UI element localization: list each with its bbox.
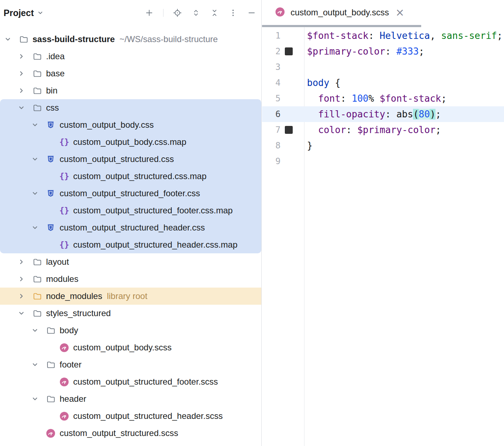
tree-row[interactable]: styles_structured	[0, 305, 261, 322]
tree-row[interactable]: base	[0, 65, 261, 82]
line-number: 8	[262, 138, 281, 153]
chevron-expanded-icon[interactable]	[18, 104, 25, 111]
ide-window: Project sass-build-structure~/WS/sass-bu…	[0, 0, 504, 446]
project-toolbar	[145, 8, 256, 17]
sourcemap-file-icon: {}	[59, 137, 69, 147]
chevron-expanded-icon[interactable]	[31, 361, 39, 368]
code-line[interactable]: 4body {	[262, 75, 504, 91]
tree-row-label: header	[60, 394, 86, 404]
code-editor[interactable]: 1$font-stack: Helvetica, sans-serif;2$pr…	[262, 27, 504, 446]
tree-row-label: bin	[46, 86, 57, 96]
folder-icon	[19, 34, 29, 44]
collapse-all-icon	[210, 8, 219, 17]
editor-tab[interactable]: custom_output_body.scss ×	[262, 0, 413, 25]
chevron-expanded-icon[interactable]	[31, 224, 39, 231]
code-line[interactable]: 5 font: 100% $font-stack;	[262, 91, 504, 106]
tree-row[interactable]: layout	[0, 253, 261, 270]
code-line-text: font: 100% $font-stack;	[304, 91, 447, 106]
line-number: 4	[262, 75, 281, 91]
tree-row-label: .idea	[46, 51, 65, 61]
line-number: 5	[262, 91, 281, 106]
tree-row[interactable]: bin	[0, 82, 261, 99]
sass-file-icon	[275, 7, 285, 19]
add-button[interactable]	[145, 8, 154, 17]
code-line-text	[304, 153, 307, 169]
code-line[interactable]: 2$primary-color: #333;	[262, 44, 504, 59]
tree-row[interactable]: {}custom_output_body.css.map	[0, 133, 261, 151]
tree-row[interactable]: custom_output_body.css	[0, 116, 261, 133]
chevron-collapsed-icon[interactable]	[18, 275, 25, 283]
tree-row[interactable]: custom_output_structured_footer.css	[0, 185, 261, 202]
tree-row[interactable]: custom_output_structured.scss	[0, 425, 261, 442]
chevron-collapsed-icon[interactable]	[18, 258, 25, 265]
folder-icon	[32, 103, 42, 113]
code-line[interactable]: 8}	[262, 138, 504, 153]
sass-file-icon	[59, 377, 69, 387]
tree-row[interactable]: footer	[0, 356, 261, 373]
tree-row[interactable]: header	[0, 390, 261, 407]
tree-row[interactable]: css	[0, 99, 261, 116]
tree-row-suffix: library root	[107, 291, 147, 301]
locate-button[interactable]	[173, 8, 182, 17]
code-line[interactable]: 3	[262, 59, 504, 75]
sourcemap-file-icon: {}	[59, 171, 69, 181]
collapse-all-button[interactable]	[210, 8, 219, 17]
line-number: 7	[262, 122, 281, 138]
chevron-expanded-icon[interactable]	[31, 395, 39, 402]
folder-icon	[46, 394, 56, 404]
tree-row-label: custom_output_body.scss	[73, 343, 172, 353]
tree-row[interactable]: node_moduleslibrary root	[0, 288, 261, 305]
tree-row[interactable]: {}custom_output_structured_footer.css.ma…	[0, 202, 261, 219]
tree-row-label: styles_structured	[46, 308, 111, 318]
color-preview-icon[interactable]	[285, 126, 293, 134]
tree-row-suffix: ~/WS/sass-build-structure	[120, 34, 218, 44]
chevron-expanded-icon[interactable]	[31, 327, 39, 334]
line-number: 1	[262, 28, 281, 44]
add-icon	[145, 8, 154, 17]
chevron-down-icon[interactable]	[37, 10, 44, 16]
code-line[interactable]: 6 fill-opacity: abs(80);	[262, 106, 504, 122]
chevron-expanded-icon[interactable]	[18, 310, 25, 317]
expand-all-button[interactable]	[191, 8, 201, 17]
code-line-text: }	[304, 138, 313, 153]
chevron-collapsed-icon[interactable]	[18, 70, 25, 77]
hide-icon	[247, 8, 256, 17]
chevron-collapsed-icon[interactable]	[18, 293, 25, 300]
tree-row[interactable]: {}custom_output_structured.css.map	[0, 168, 261, 185]
code-line-text	[304, 59, 307, 75]
tree-row[interactable]: {}custom_output_structured_header.css.ma…	[0, 236, 261, 253]
project-panel-title[interactable]: Project	[4, 8, 34, 18]
tree-row[interactable]: custom_output_structured.css	[0, 151, 261, 168]
tree-row-label: custom_output_structured.css	[60, 154, 174, 164]
tree-row[interactable]: custom_output_structured_footer.scss	[0, 373, 261, 390]
chevron-expanded-icon[interactable]	[31, 121, 39, 128]
tree-row-label: custom_output_structured_header.scss	[73, 411, 223, 421]
tree-row-label: custom_output_structured_footer.scss	[73, 377, 218, 387]
tree-row[interactable]: custom_output_structured_header.css	[0, 219, 261, 236]
tree-row[interactable]: custom_output_body.scss	[0, 339, 261, 356]
more-options-button[interactable]	[228, 8, 238, 17]
code-line[interactable]: 1$font-stack: Helvetica, sans-serif;	[262, 28, 504, 44]
tree-row[interactable]: sass-build-structure~/WS/sass-build-stru…	[0, 31, 261, 48]
line-number: 3	[262, 59, 281, 75]
tree-row[interactable]: .idea	[0, 48, 261, 65]
color-preview-icon[interactable]	[285, 47, 293, 55]
folder-icon	[32, 86, 42, 96]
tree-row[interactable]: modules	[0, 270, 261, 288]
chevron-collapsed-icon[interactable]	[18, 87, 25, 94]
code-line[interactable]: 9	[262, 153, 504, 169]
tree-row[interactable]: body	[0, 322, 261, 339]
hide-button[interactable]	[247, 8, 256, 17]
more-options-icon	[228, 8, 238, 17]
line-number: 6	[262, 106, 281, 122]
chevron-expanded-icon[interactable]	[31, 190, 39, 197]
chevron-collapsed-icon[interactable]	[18, 53, 25, 60]
tree-row-label: body	[60, 325, 78, 335]
expand-all-icon	[191, 8, 201, 17]
tree-row-label: node_modules	[46, 291, 102, 301]
code-line[interactable]: 7 color: $primary-color;	[262, 122, 504, 138]
close-icon[interactable]: ×	[395, 7, 404, 18]
tree-row[interactable]: custom_output_structured_header.scss	[0, 407, 261, 425]
chevron-expanded-icon[interactable]	[31, 156, 39, 163]
chevron-expanded-icon[interactable]	[4, 36, 11, 43]
